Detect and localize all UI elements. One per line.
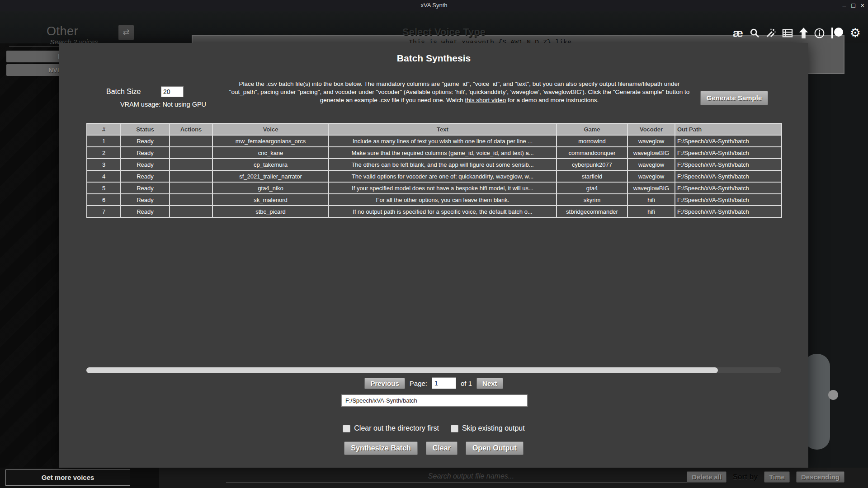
batch-cell: F:/Speech/xVA-Synth/batch (675, 206, 782, 217)
modal-action-buttons: Synthesize Batch Clear Open Output (59, 441, 808, 455)
batch-cell: cyberpunk2077 (557, 159, 627, 170)
open-output-button[interactable]: Open Output (466, 441, 524, 455)
next-page-button[interactable]: Next (476, 378, 503, 389)
batch-cell: If no output path is specified for a spe… (329, 206, 557, 217)
batch-cell: 6 (87, 194, 121, 206)
clear-directory-label: Clear out the directory first (354, 424, 439, 432)
batch-row[interactable]: 5Readygta4_nikoIf your specified model d… (87, 182, 782, 194)
batch-cell: Ready (121, 182, 170, 194)
batch-cell: 2 (87, 147, 121, 159)
batch-cell: F:/Speech/xVA-Synth/batch (675, 159, 782, 170)
batch-size-label: Batch Size (106, 88, 141, 96)
batch-cell: 4 (87, 170, 121, 182)
settings-gear-icon[interactable]: ⚙ (850, 28, 861, 38)
col-header-voice: Voice (212, 123, 329, 135)
update-icon[interactable] (799, 28, 808, 38)
batch-options: Clear out the directory first Skip exist… (59, 424, 808, 432)
page-label: Page: (410, 380, 427, 387)
batch-cell (170, 182, 212, 194)
batch-row[interactable]: 4Readysf_2021_trailer_narratorThe valid … (87, 170, 782, 182)
table-header-row: #StatusActionsVoiceTextGameVocoderOut Pa… (87, 123, 782, 135)
batch-cell: commandconquer (557, 147, 627, 159)
batch-row[interactable]: 6Readysk_malenordFor all the other optio… (87, 194, 782, 206)
batch-cell: Ready (121, 135, 170, 147)
batch-cell: waveglowBIG (627, 182, 675, 194)
skip-existing-checkbox[interactable] (451, 425, 458, 432)
batch-cell: F:/Speech/xVA-Synth/batch (675, 135, 782, 147)
get-more-voices-button[interactable]: Get more voices (5, 469, 130, 486)
maximize-button[interactable]: □ (851, 1, 855, 10)
record-voice-icon[interactable] (831, 27, 844, 39)
batch-cell: cnc_kane (212, 147, 329, 159)
batch-cell (170, 170, 212, 182)
skip-existing-label: Skip existing output (462, 424, 525, 432)
titlebar: xVA Synth – □ × (0, 0, 868, 11)
clear-directory-option: Clear out the directory first (343, 424, 439, 432)
vram-usage-label: VRAM usage: Not using GPU (91, 101, 236, 108)
table-hscrollbar-track[interactable] (86, 367, 781, 373)
page-count-label: of 1 (461, 380, 472, 387)
batch-row[interactable]: 3Readycp_takemuraThe others can be left … (87, 159, 782, 170)
batch-cell: morrowind (557, 135, 627, 147)
batch-cell: hifi (627, 194, 675, 206)
col-header-text: Text (329, 123, 557, 135)
batch-cell: Ready (121, 147, 170, 159)
short-video-link[interactable]: this short video (465, 97, 506, 103)
batch-cell: 1 (87, 135, 121, 147)
instructions-text: Place the .csv batch file(s) into the bo… (229, 80, 690, 103)
output-path-input[interactable] (341, 394, 528, 407)
batch-cell: Ready (121, 159, 170, 170)
batch-instructions: Place the .csv batch file(s) into the bo… (225, 80, 694, 104)
arpabet-icon[interactable]: æ (733, 28, 743, 38)
batch-cell: waveglow (627, 135, 675, 147)
minimize-button[interactable]: – (843, 1, 846, 10)
batch-table: #StatusActionsVoiceTextGameVocoderOut Pa… (86, 123, 782, 218)
batch-cell: F:/Speech/xVA-Synth/batch (675, 170, 782, 182)
batch-cell: starfield (557, 170, 627, 182)
batch-cell: Make sure that the required columns (gam… (329, 147, 557, 159)
batch-cell: sf_2021_trailer_narrator (212, 170, 329, 182)
batch-cell: waveglow (627, 170, 675, 182)
batch-cell: sk_malenord (212, 194, 329, 206)
window-title: xVA Synth (0, 2, 868, 9)
col-header-out-path: Out Path (675, 123, 782, 135)
synthesize-batch-button[interactable]: Synthesize Batch (344, 441, 417, 455)
batch-cell: The valid options for vocoder are one of… (329, 170, 557, 182)
batch-size-input[interactable] (161, 86, 184, 97)
info-icon[interactable] (814, 28, 825, 38)
batch-cell: Ready (121, 170, 170, 182)
batch-table-wrap: #StatusActionsVoiceTextGameVocoderOut Pa… (86, 123, 781, 218)
table-hscrollbar-thumb[interactable] (86, 367, 718, 373)
close-button[interactable]: × (861, 1, 864, 10)
plugins-icon[interactable] (766, 28, 776, 38)
clear-directory-checkbox[interactable] (343, 425, 350, 432)
header-icon-bar: æ ⚙ (733, 27, 861, 39)
page-number-input[interactable] (432, 377, 456, 389)
batch-cell: F:/Speech/xVA-Synth/batch (675, 147, 782, 159)
batch-row[interactable]: 7Readystbc_picardIf no output path is sp… (87, 206, 782, 217)
batch-cell: stbridgecommander (557, 206, 627, 217)
batch-cell (170, 159, 212, 170)
batch-row[interactable]: 2Readycnc_kaneMake sure that the require… (87, 147, 782, 159)
batch-cell: Ready (121, 194, 170, 206)
batch-cell: 3 (87, 159, 121, 170)
generate-sample-button[interactable]: Generate Sample (700, 91, 768, 105)
pagination: Previous Page: of 1 Next (59, 377, 808, 389)
batch-synthesis-icon[interactable] (782, 28, 793, 38)
batch-row[interactable]: 1Readymw_femaleargonians_orcsInclude as … (87, 135, 782, 147)
batch-cell: gta4_niko (212, 182, 329, 194)
previous-page-button[interactable]: Previous (364, 378, 405, 389)
instructions-text-after: for a demo and more instructions. (506, 97, 599, 103)
batch-cell: F:/Speech/xVA-Synth/batch (675, 182, 782, 194)
search-icon[interactable] (750, 28, 760, 38)
batch-cell: cp_takemura (212, 159, 329, 170)
batch-cell (170, 135, 212, 147)
skip-existing-option: Skip existing output (451, 424, 525, 432)
col-header-game: Game (557, 123, 627, 135)
batch-cell: If your specified model does not have a … (329, 182, 557, 194)
clear-button[interactable]: Clear (426, 441, 458, 455)
batch-cell: hifi (627, 206, 675, 217)
batch-cell: 7 (87, 206, 121, 217)
batch-cell: Include as many lines of text you wish w… (329, 135, 557, 147)
batch-cell: mw_femaleargonians_orcs (212, 135, 329, 147)
